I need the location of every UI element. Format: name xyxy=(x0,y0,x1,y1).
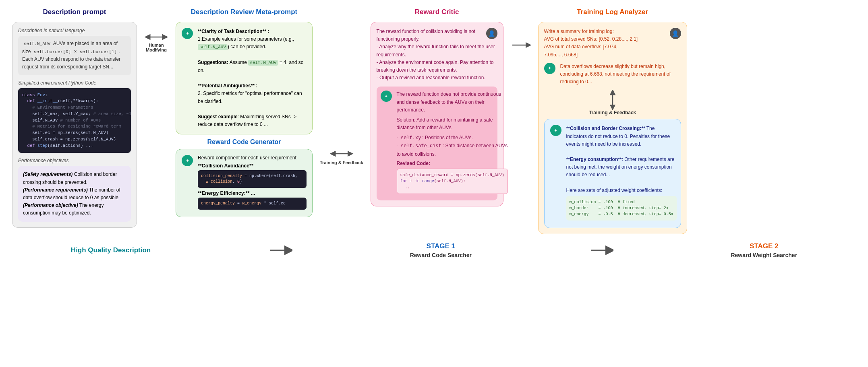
meta-prompt-title: Description Review Meta-prompt xyxy=(191,8,298,16)
critic-msg1-text: The reward function of collision avoidin… xyxy=(377,28,497,82)
v-arrow-svg xyxy=(608,90,617,110)
python-code-block: class Env: def __init__(self,**kwargs): … xyxy=(18,88,131,153)
meta-prompt-content: **Clarity of Task Description** : 1.Exam… xyxy=(198,28,307,128)
critic-solution-text: Solution: Add a reward for maintaining a… xyxy=(397,116,508,132)
suggestions-label: Suggestions: xyxy=(198,60,228,65)
arrow-to-stage1 xyxy=(268,245,292,256)
code-assume: self.N_AUV xyxy=(248,60,278,66)
stage1-sub: Reward Code Searcher xyxy=(410,252,472,258)
training-feedback-v-label: Training & Feedback xyxy=(589,110,636,115)
ambiguities-title: **Potential Ambiguities** : xyxy=(198,83,257,89)
code-border1: self.border[1] xyxy=(78,49,118,55)
reward-code-title: Reward Code Generator xyxy=(176,138,313,146)
energy-code: energy_penalty = w_energy * self.ec xyxy=(198,198,307,210)
code-safe-dist: self.safe_dist xyxy=(400,143,443,149)
meta-prompt-card: ✦ **Clarity of Task Description** : 1.Ex… xyxy=(176,22,313,134)
right-arrow-bottom2 xyxy=(589,245,613,256)
code-border0: self.border[0] xyxy=(32,49,73,55)
suggest-example-label: Suggest example xyxy=(198,114,238,120)
reward-critic-column: Reward Critic 👤 The reward function of c… xyxy=(371,8,503,206)
reward-code-card: ✦ Reward component for each user require… xyxy=(176,149,313,217)
log-gpt-msg2-card: ✦ **Collision and Border Crossing:** The… xyxy=(544,119,681,228)
revised-code-block: safe_distance_reward = np.zeros(self.N_A… xyxy=(397,169,508,194)
training-log-column: Training Log Analyzer 👤 Write a summary … xyxy=(538,8,687,234)
stage2-title: STAGE 2 xyxy=(750,242,778,250)
python-code-label: Simplified environment Python Code xyxy=(18,80,131,86)
code-n-auv-2: self.N_AUV xyxy=(198,44,228,50)
log-msg1: 👤 Write a summary for training log: AVG … xyxy=(544,28,681,59)
double-arrow-svg-2 xyxy=(329,149,354,159)
perf-safety: (Safety requirements) xyxy=(23,171,73,177)
arrow-to-stage2 xyxy=(589,245,613,256)
bottom-row: High Quality Description STAGE 1 Reward … xyxy=(0,242,868,265)
training-feedback-label: Training & Feedback xyxy=(320,160,363,165)
training-feedback-arrow: Training & Feedback xyxy=(320,8,363,165)
energy-bold: **Energy consumption** xyxy=(566,157,622,162)
bottom-stage2: STAGE 2 Reward Weight Searcher xyxy=(731,242,797,258)
human-modifying-label: HumanModifying xyxy=(146,43,167,52)
log-gpt-text1: Data overflows decrease slightly but rem… xyxy=(560,63,681,86)
log-weight-code: w_collision = -100 # fixed w_border = -1… xyxy=(566,196,677,221)
collision-avoidance-label: **Collision Avoidance** xyxy=(198,163,307,169)
collision-border-bold: **Collision and Border Crossing:** xyxy=(566,126,645,131)
critic-msg1: 👤 The reward function of collision avoid… xyxy=(377,28,497,82)
gpt-icon-critic: ✦ xyxy=(381,91,392,102)
energy-efficiency-label: **Energy Efficiency:** ... xyxy=(198,190,307,196)
critic-dense-text: The reward function does not provide con… xyxy=(397,91,508,114)
gpt-icon-log2: ✦ xyxy=(550,125,561,136)
gpt-icon-reward: ✦ xyxy=(182,155,193,166)
critic-vars-text: - self.xy: Positions of the AUVs. - self… xyxy=(397,134,508,158)
perf-data: (Performance requirements) xyxy=(23,187,88,193)
collision-code: collision_penalty = np.where(self.crash,… xyxy=(198,170,307,188)
code-xy: self.xy xyxy=(400,135,422,141)
hq-label: High Quality Description xyxy=(71,246,151,254)
natural-language-text: self.N_AUV AUVs are placed in an area of… xyxy=(18,36,131,75)
reward-intro-text: Reward component for each user requireme… xyxy=(198,155,307,161)
reward-critic-title: Reward Critic xyxy=(415,8,459,16)
double-arrow-svg xyxy=(144,32,168,42)
right-arrow-1 xyxy=(511,8,531,50)
right-arrow-svg xyxy=(511,40,531,50)
stage2-sub: Reward Weight Searcher xyxy=(731,252,797,258)
revised-code-label: Revised Code: xyxy=(397,161,508,166)
critic-msg2-content: The reward function does not provide con… xyxy=(397,91,508,196)
right-arrow-bottom1 xyxy=(268,245,292,256)
performance-objectives-label: Performance objectives xyxy=(18,158,131,163)
desc-prompt-title: Description prompt xyxy=(43,8,106,16)
vertical-arrow: Training & Feedback xyxy=(544,90,681,115)
performance-card: (Safety requirements) Collision and bord… xyxy=(18,166,131,222)
log-gpt-msg1: ✦ Data overflows decrease slightly but r… xyxy=(544,63,681,86)
reward-critic-card: 👤 The reward function of collision avoid… xyxy=(371,22,503,206)
natural-language-label: Description in natural language xyxy=(18,28,131,33)
critic-msg2: ✦ The reward function does not provide c… xyxy=(377,87,497,200)
reward-code-header: ✦ Reward component for each user require… xyxy=(182,155,307,211)
reward-code-section: Reward Code Generator ✦ Reward component… xyxy=(176,138,313,217)
stage1-title: STAGE 1 xyxy=(427,242,455,250)
reward-code-content: Reward component for each user requireme… xyxy=(198,155,307,211)
log-gpt-msg2: ✦ **Collision and Border Crossing:** The… xyxy=(550,125,675,222)
gpt-icon-meta: ✦ xyxy=(182,28,193,39)
bottom-hq: High Quality Description xyxy=(71,246,151,254)
bottom-stage1: STAGE 1 Reward Code Searcher xyxy=(410,242,472,258)
description-prompt-column: Description prompt Description in natura… xyxy=(12,8,137,228)
meta-prompt-column: Description Review Meta-prompt ✦ **Clari… xyxy=(176,8,313,217)
user-icon-2: 👤 xyxy=(670,28,681,39)
clarity-title: **Clarity of Task Description** : xyxy=(198,29,269,34)
gpt-icon-log1: ✦ xyxy=(544,63,555,74)
human-modifying-arrow: HumanModifying xyxy=(144,8,168,52)
meta-prompt-header: ✦ **Clarity of Task Description** : 1.Ex… xyxy=(182,28,307,128)
log-collision-text: **Collision and Border Crossing:** The i… xyxy=(566,125,677,194)
critic-msg2-header: ✦ The reward function does not provide c… xyxy=(381,91,493,196)
training-log-title: Training Log Analyzer xyxy=(577,8,648,16)
perf-energy: (Performance objective) xyxy=(23,202,78,208)
description-card: Description in natural language self.N_A… xyxy=(12,22,137,228)
log-msg1-text: Write a summary for training log: AVG of… xyxy=(544,28,681,59)
log-gpt-content2: **Collision and Border Crossing:** The i… xyxy=(566,125,677,222)
training-log-card: 👤 Write a summary for training log: AVG … xyxy=(538,22,687,234)
code-n-auv: self.N_AUV xyxy=(22,41,52,47)
user-icon-1: 👤 xyxy=(486,28,497,39)
